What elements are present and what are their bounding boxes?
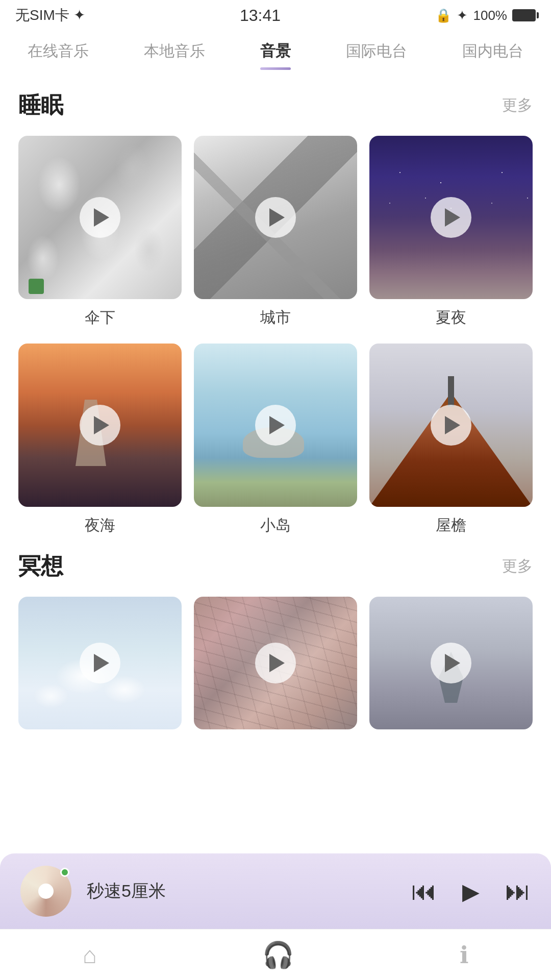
sleep-row-2: 夜海 小岛 屋檐 <box>18 344 533 536</box>
card-image-night <box>369 136 533 299</box>
play-triangle-icon <box>445 208 460 227</box>
play-btn-umbrellas[interactable] <box>80 197 120 238</box>
play-triangle-icon <box>94 416 109 434</box>
battery-percent: 100% <box>473 8 507 23</box>
meditation-section-header: 冥想 更多 <box>18 551 533 581</box>
card-stone[interactable] <box>369 597 533 729</box>
card-image-clouds <box>18 597 182 729</box>
card-marble[interactable] <box>194 597 357 729</box>
card-clouds[interactable] <box>18 597 182 729</box>
tab-bar: 在线音乐 本地音乐 音景 国际电台 国内电台 <box>0 31 551 70</box>
sleep-more-btn[interactable]: 更多 <box>502 95 533 116</box>
play-btn-sea-night[interactable] <box>80 405 120 446</box>
play-btn-stone[interactable] <box>431 643 471 683</box>
play-triangle-icon <box>445 416 460 434</box>
album-online-dot <box>60 868 69 877</box>
tab-online-music[interactable]: 在线音乐 <box>28 41 89 70</box>
status-time: 13:41 <box>240 6 281 25</box>
main-content: 睡眠 更多 伞下 城市 <box>0 70 551 729</box>
player-track-title: 秒速5厘米 <box>87 879 396 903</box>
nav-music[interactable] <box>262 940 294 970</box>
card-image-island <box>194 344 357 507</box>
music-icon <box>262 940 294 970</box>
sleep-row-1: 伞下 城市 夏夜 <box>18 136 533 328</box>
card-label-roof: 屋檐 <box>436 515 466 536</box>
play-triangle-icon <box>94 208 109 227</box>
player-play-btn[interactable] <box>462 878 480 904</box>
card-image-umbrellas <box>18 136 182 299</box>
card-label-night: 夏夜 <box>436 307 466 328</box>
player-album-art <box>20 866 71 917</box>
card-island[interactable]: 小岛 <box>194 344 357 536</box>
play-btn-island[interactable] <box>255 405 296 446</box>
tab-intl-radio[interactable]: 国际电台 <box>346 41 407 70</box>
player-bar[interactable]: 秒速5厘米 <box>0 853 551 929</box>
sleep-title: 睡眠 <box>18 90 63 120</box>
player-controls <box>411 876 531 906</box>
card-image-stone <box>369 597 533 729</box>
card-night[interactable]: 夏夜 <box>369 136 533 328</box>
card-label-city: 城市 <box>260 307 291 328</box>
card-label-island: 小岛 <box>260 515 291 536</box>
info-icon <box>460 941 468 969</box>
play-triangle-icon <box>94 654 109 672</box>
card-image-roof <box>369 344 533 507</box>
meditation-more-btn[interactable]: 更多 <box>502 556 533 577</box>
status-bar: 无SIM卡 ✦ 13:41 🔒 ✦ 100% <box>0 0 551 31</box>
player-prev-btn[interactable] <box>411 876 437 906</box>
sleep-section-header: 睡眠 更多 <box>18 90 533 120</box>
play-btn-marble[interactable] <box>255 643 296 683</box>
status-carrier: 无SIM卡 ✦ <box>15 6 85 25</box>
play-triangle-icon <box>269 416 285 434</box>
card-umbrellas[interactable]: 伞下 <box>18 136 182 328</box>
tab-soundscape[interactable]: 音景 <box>260 41 291 70</box>
card-image-city <box>194 136 357 299</box>
card-label-umbrellas: 伞下 <box>85 307 115 328</box>
play-btn-night[interactable] <box>431 197 471 238</box>
tab-local-music[interactable]: 本地音乐 <box>144 41 205 70</box>
card-city[interactable]: 城市 <box>194 136 357 328</box>
status-right: 🔒 ✦ 100% <box>435 8 536 23</box>
play-triangle-icon <box>445 654 460 672</box>
nav-home[interactable] <box>83 941 97 969</box>
card-sea-night[interactable]: 夜海 <box>18 344 182 536</box>
meditation-row-1 <box>18 597 533 729</box>
card-label-sea-night: 夜海 <box>85 515 115 536</box>
play-triangle-icon <box>269 654 285 672</box>
play-btn-clouds[interactable] <box>80 643 120 683</box>
tab-active-indicator <box>260 67 291 70</box>
home-icon <box>83 941 97 969</box>
bluetooth-icon: ✦ <box>457 8 468 23</box>
play-btn-roof[interactable] <box>431 405 471 446</box>
play-btn-city[interactable] <box>255 197 296 238</box>
bottom-nav <box>0 929 551 980</box>
nav-info[interactable] <box>460 941 468 969</box>
card-image-sea-night <box>18 344 182 507</box>
card-roof[interactable]: 屋檐 <box>369 344 533 536</box>
card-image-marble <box>194 597 357 729</box>
meditation-title: 冥想 <box>18 551 63 581</box>
tab-local-radio[interactable]: 国内电台 <box>462 41 523 70</box>
player-next-btn[interactable] <box>505 876 531 906</box>
battery-icon <box>512 9 536 21</box>
play-triangle-icon <box>269 208 285 227</box>
lock-icon: 🔒 <box>435 8 452 23</box>
